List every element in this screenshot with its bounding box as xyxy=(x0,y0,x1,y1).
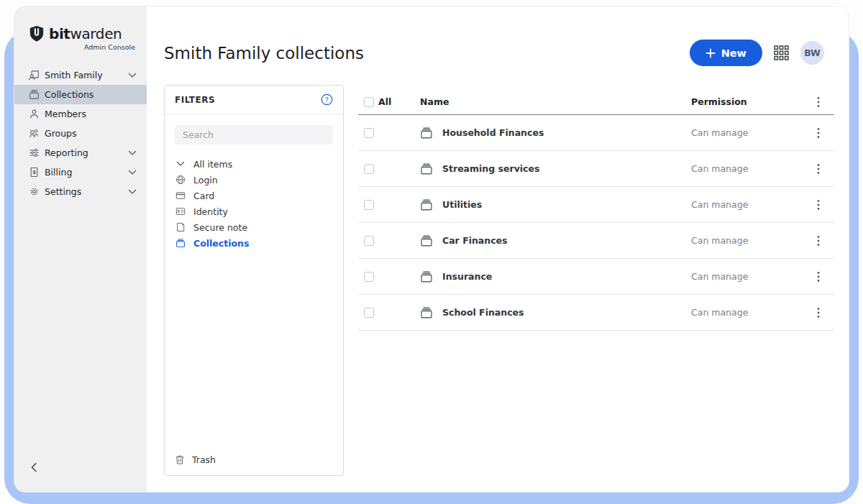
row-options-menu[interactable] xyxy=(803,307,834,319)
chevron-down-icon xyxy=(128,149,137,157)
svg-text:$: $ xyxy=(32,169,36,175)
organization-icon xyxy=(29,70,40,81)
app-switcher-icon[interactable] xyxy=(773,45,790,61)
collection-icon xyxy=(420,270,433,283)
note-icon xyxy=(175,222,186,232)
sidebar-item-members[interactable]: Members xyxy=(14,104,147,124)
row-checkbox[interactable] xyxy=(364,308,374,318)
row-options-menu[interactable] xyxy=(803,271,834,283)
filter-login[interactable]: Login xyxy=(175,172,333,188)
sidebar-item-organization[interactable]: Smith Family xyxy=(14,65,147,85)
table-row: Utilities Can manage xyxy=(358,187,834,223)
row-checkbox[interactable] xyxy=(364,164,374,174)
row-options-menu[interactable] xyxy=(803,163,834,175)
sidebar-item-collections[interactable]: Collections xyxy=(14,85,147,104)
help-icon[interactable]: ? xyxy=(321,93,333,106)
table-row: School Finances Can manage xyxy=(358,295,834,331)
svg-text:?: ? xyxy=(325,96,329,104)
permission-value: Can manage xyxy=(691,199,803,210)
sidebar-item-label: Billing xyxy=(45,167,72,178)
sidebar-item-label: Groups xyxy=(45,128,77,139)
trash-label: Trash xyxy=(192,454,216,465)
sidebar-item-reporting[interactable]: Reporting xyxy=(14,143,147,162)
filter-card[interactable]: Card xyxy=(175,188,333,203)
filter-identity[interactable]: Identity xyxy=(175,203,333,219)
permission-value: Can manage xyxy=(691,235,803,246)
table-row: Insurance Can manage xyxy=(358,259,834,295)
row-options-menu[interactable] xyxy=(803,199,834,211)
credit-card-icon xyxy=(175,191,186,201)
column-header-permission[interactable]: Permission xyxy=(691,96,803,107)
filter-label: Secure note xyxy=(193,222,247,233)
column-header-name[interactable]: Name xyxy=(420,96,691,107)
collection-name-link[interactable]: Car Finances xyxy=(442,235,508,246)
bitwarden-shield-icon xyxy=(29,25,45,42)
filter-label: Card xyxy=(193,191,214,201)
new-button[interactable]: New xyxy=(690,40,762,66)
row-checkbox[interactable] xyxy=(364,128,374,138)
filter-label: All items xyxy=(193,159,232,170)
row-checkbox[interactable] xyxy=(364,272,374,282)
new-button-label: New xyxy=(721,47,746,59)
sidebar-item-groups[interactable]: Groups xyxy=(14,124,147,143)
globe-icon xyxy=(175,175,186,185)
sidebar-item-label: Reporting xyxy=(45,147,88,158)
table-options-menu[interactable] xyxy=(803,96,834,108)
collection-icon xyxy=(420,306,433,319)
trash-icon xyxy=(175,454,185,465)
collection-icon xyxy=(420,162,433,175)
collection-icon xyxy=(420,127,433,139)
sidebar-item-label: Collections xyxy=(45,89,93,100)
search-input[interactable] xyxy=(175,125,333,145)
table-header: All Name Permission xyxy=(358,89,834,115)
brand-logo: bitwarden Admin Console xyxy=(14,6,147,60)
table-row: Car Finances Can manage xyxy=(358,223,834,259)
chevron-down-icon xyxy=(128,71,137,80)
sidebar: bitwarden Admin Console Smith Family Col… xyxy=(14,6,147,492)
collection-name-link[interactable]: School Finances xyxy=(442,307,524,318)
collapse-sidebar-button[interactable] xyxy=(29,462,40,473)
collection-icon xyxy=(420,234,433,247)
permission-value: Can manage xyxy=(691,163,803,174)
sidebar-item-label: Members xyxy=(45,109,86,119)
filter-all-items[interactable]: All items xyxy=(175,156,333,172)
page-header: Smith Family collections New BW xyxy=(147,6,849,85)
filter-trash[interactable]: Trash xyxy=(165,446,343,475)
row-options-menu[interactable] xyxy=(803,127,834,139)
row-options-menu[interactable] xyxy=(803,235,834,247)
permission-value: Can manage xyxy=(691,127,803,138)
avatar[interactable]: BW xyxy=(800,41,824,65)
sidebar-item-label: Smith Family xyxy=(45,70,103,81)
collection-name-link[interactable]: Insurance xyxy=(442,271,492,282)
collection-name-link[interactable]: Utilities xyxy=(442,199,482,210)
collection-name-link[interactable]: Household Finances xyxy=(442,127,544,138)
filter-list: All items Login Card xyxy=(175,156,333,251)
app-window: bitwarden Admin Console Smith Family Col… xyxy=(14,6,849,492)
brand-wordmark: bitwarden xyxy=(49,25,122,42)
sidebar-item-billing[interactable]: $ Billing xyxy=(14,162,147,182)
collections-table: All Name Permission Household Finances xyxy=(358,85,834,476)
main-content: Smith Family collections New BW FILTERS xyxy=(147,6,849,492)
select-all-checkbox[interactable] xyxy=(364,97,374,107)
reporting-icon xyxy=(29,147,40,158)
filter-secure-note[interactable]: Secure note xyxy=(175,219,333,235)
row-checkbox[interactable] xyxy=(364,236,374,246)
page-title: Smith Family collections xyxy=(164,44,364,63)
filter-label: Identity xyxy=(193,206,228,217)
permission-value: Can manage xyxy=(691,307,803,318)
table-row: Streaming services Can manage xyxy=(358,151,834,187)
sidebar-item-settings[interactable]: Settings xyxy=(14,182,147,201)
collection-icon xyxy=(29,89,40,100)
row-checkbox[interactable] xyxy=(364,200,374,210)
plus-icon xyxy=(706,48,716,58)
collection-icon xyxy=(420,198,433,211)
sidebar-item-label: Settings xyxy=(45,186,81,197)
filter-collections[interactable]: Collections xyxy=(175,235,333,251)
gear-icon xyxy=(29,186,40,197)
sidebar-nav: Smith Family Collections Members Groups xyxy=(14,65,147,201)
permission-value: Can manage xyxy=(691,271,803,282)
chevron-down-icon xyxy=(175,160,186,168)
chevron-down-icon xyxy=(128,188,137,196)
filters-panel: FILTERS ? All items xyxy=(164,85,344,476)
collection-name-link[interactable]: Streaming services xyxy=(442,163,539,174)
